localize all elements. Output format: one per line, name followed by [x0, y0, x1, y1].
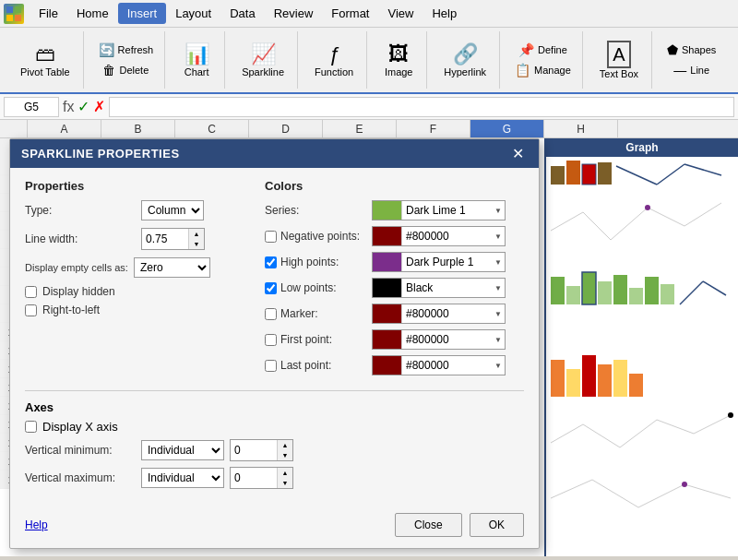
define-button[interactable]: 📌 Define: [515, 41, 571, 59]
display-x-checkbox[interactable]: [25, 421, 37, 433]
pivot-table-label: Pivot Table: [20, 66, 70, 77]
pivot-table-button[interactable]: 🗃 Pivot Table: [15, 41, 76, 79]
negative-row: Negative points: #800000 ▼: [265, 226, 524, 246]
last-checkbox-wrap: Last point:: [265, 359, 366, 372]
menu-format[interactable]: Format: [322, 3, 378, 24]
line-width-spin: ▲ ▼: [141, 228, 205, 250]
menu-data[interactable]: Data: [220, 3, 264, 24]
right-to-left-row: Right-to-left: [25, 304, 246, 316]
menu-review[interactable]: Review: [265, 3, 323, 24]
axes-section: Axes Display X axis Vertical minimum: In…: [25, 400, 524, 489]
high-color-arrow: ▼: [492, 258, 505, 267]
display-empty-row: Display empty cells as: Zero Gap Interpo…: [25, 257, 246, 278]
menu-help[interactable]: Help: [423, 3, 466, 24]
first-color-btn[interactable]: #800000 ▼: [372, 329, 506, 350]
low-row: Low points: Black ▼: [265, 278, 524, 298]
last-color-btn[interactable]: #800000 ▼: [372, 355, 506, 375]
hyperlink-icon: 🔗: [453, 42, 478, 66]
display-hidden-row: Display hidden: [25, 285, 246, 298]
last-color-swatch: [373, 356, 402, 375]
ribbon-group-pivot: 🗃 Pivot Table: [7, 31, 84, 89]
vertical-max-down[interactable]: ▼: [278, 478, 292, 488]
marker-checkbox[interactable]: [265, 308, 277, 320]
display-hidden-label: Display hidden: [42, 285, 115, 298]
marker-color-btn[interactable]: #800000 ▼: [372, 304, 506, 324]
vertical-max-up[interactable]: ▲: [278, 468, 292, 478]
low-checkbox[interactable]: [265, 282, 277, 294]
series-color-btn[interactable]: Dark Lime 1 ▼: [372, 200, 506, 220]
menu-file[interactable]: File: [30, 3, 67, 24]
function-button[interactable]: ƒ Function: [309, 41, 359, 79]
vertical-min-down[interactable]: ▼: [278, 450, 292, 460]
right-to-left-checkbox[interactable]: [25, 304, 37, 316]
series-label: Series:: [265, 204, 366, 217]
first-checkbox[interactable]: [265, 334, 277, 346]
formula-bar: G5 fx ✓ ✗: [0, 94, 738, 120]
line-width-up[interactable]: ▲: [189, 229, 204, 239]
delete-button[interactable]: 🗑 Delete: [99, 61, 152, 79]
manage-icon: 📋: [515, 63, 530, 77]
last-checkbox[interactable]: [265, 360, 277, 372]
image-label: Image: [385, 66, 413, 77]
chart-label: Chart: [184, 66, 209, 77]
high-color-swatch: [373, 253, 402, 271]
vertical-max-type-select[interactable]: Individual Same Custom: [141, 468, 224, 488]
series-color-name: Dark Lime 1: [402, 204, 492, 217]
ok-button[interactable]: OK: [470, 513, 524, 537]
footer-buttons: Close OK: [395, 513, 524, 537]
line-width-down[interactable]: ▼: [189, 239, 204, 249]
dialog-two-col: Properties Type: Column Line Bar Line wi…: [25, 179, 524, 381]
vertical-max-spinners: ▲ ▼: [277, 468, 292, 488]
low-color-btn[interactable]: Black ▼: [372, 278, 506, 298]
line-width-input[interactable]: [142, 229, 188, 249]
refresh-button[interactable]: 🔄 Refresh: [95, 41, 158, 59]
ribbon-group-shapes: ⬟ Shapes — Line: [656, 31, 727, 89]
vertical-max-spin: ▲ ▼: [230, 467, 293, 489]
sparkline-button[interactable]: 📈 Sparkline: [236, 41, 290, 79]
pivot-icon: 🗃: [35, 42, 55, 66]
display-empty-select[interactable]: Zero Gap Interpolate: [134, 257, 210, 278]
close-button[interactable]: Close: [395, 513, 462, 537]
line-button[interactable]: — Line: [670, 61, 713, 79]
line-icon: —: [673, 63, 686, 77]
define-label: Define: [538, 44, 567, 55]
display-hidden-checkbox[interactable]: [25, 286, 37, 298]
manage-button[interactable]: 📋 Manage: [511, 61, 575, 79]
vertical-max-input[interactable]: [231, 468, 277, 488]
negative-color-btn[interactable]: #800000 ▼: [372, 226, 506, 246]
menu-layout[interactable]: Layout: [166, 3, 220, 24]
marker-row: Marker: #800000 ▼: [265, 304, 524, 324]
hyperlink-button[interactable]: 🔗 Hyperlink: [438, 41, 492, 79]
cancel-icon[interactable]: ✗: [93, 98, 105, 115]
delete-icon: 🗑: [102, 63, 115, 77]
first-color-arrow: ▼: [492, 336, 505, 344]
properties-title: Properties: [25, 179, 246, 193]
image-button[interactable]: 🖼 Image: [378, 41, 419, 79]
chart-button[interactable]: 📊 Chart: [176, 41, 217, 79]
last-color-name: #800000: [402, 359, 492, 372]
negative-color-name: #800000: [402, 230, 492, 243]
dialog-close-button[interactable]: ✕: [508, 145, 528, 162]
confirm-icon[interactable]: ✓: [77, 98, 89, 115]
vertical-min-input[interactable]: [231, 440, 277, 460]
shapes-button[interactable]: ⬟ Shapes: [663, 41, 720, 59]
high-color-btn[interactable]: Dark Purple 1 ▼: [372, 252, 506, 272]
marker-color-swatch: [373, 304, 402, 323]
help-button[interactable]: Help: [25, 518, 48, 531]
cell-reference[interactable]: G5: [4, 97, 59, 117]
high-color-name: Dark Purple 1: [402, 256, 492, 268]
image-icon: 🖼: [388, 42, 409, 66]
delete-label: Delete: [119, 65, 149, 76]
svg-rect-1: [15, 6, 21, 13]
menu-insert[interactable]: Insert: [118, 3, 167, 24]
high-checkbox[interactable]: [265, 256, 277, 268]
vertical-min-spinners: ▲ ▼: [277, 440, 292, 460]
formula-input[interactable]: [109, 97, 734, 117]
negative-checkbox[interactable]: [265, 231, 277, 243]
textbox-button[interactable]: A Text Box: [594, 39, 644, 81]
menu-view[interactable]: View: [378, 3, 423, 24]
vertical-min-up[interactable]: ▲: [278, 440, 292, 450]
type-select[interactable]: Column Line Bar: [141, 200, 204, 220]
menu-home[interactable]: Home: [67, 3, 118, 24]
vertical-min-type-select[interactable]: Individual Same Custom: [141, 440, 224, 460]
